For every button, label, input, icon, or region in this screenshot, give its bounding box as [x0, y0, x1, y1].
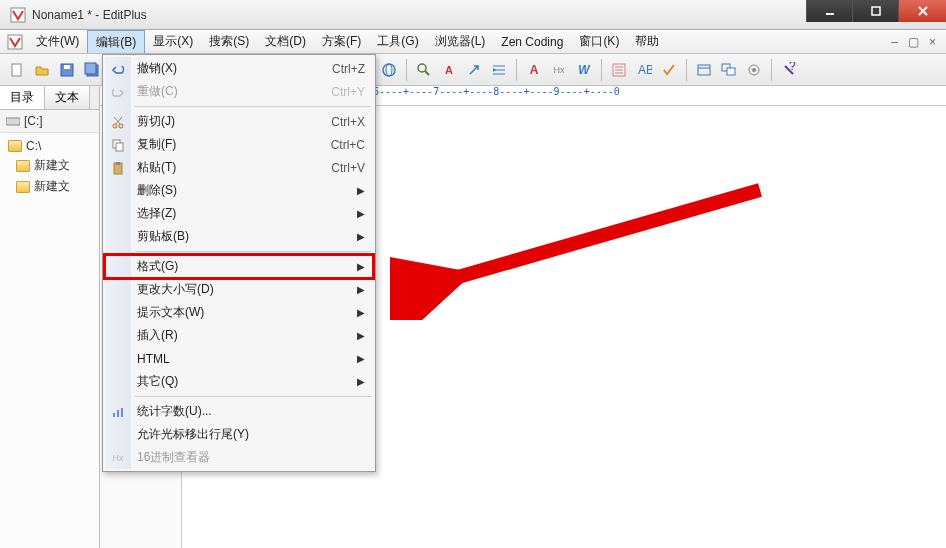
find-button[interactable] [413, 59, 435, 81]
paste-icon [110, 160, 126, 176]
menu-browser[interactable]: 浏览器(L) [427, 30, 494, 53]
sidebar-tab-directory[interactable]: 目录 [0, 86, 45, 109]
app-icon [10, 7, 26, 23]
svg-rect-21 [727, 68, 735, 75]
menu-zen-coding[interactable]: Zen Coding [493, 30, 571, 53]
folder-icon [16, 181, 30, 193]
svg-rect-11 [6, 118, 20, 125]
app-small-icon [7, 34, 23, 50]
submenu-arrow-icon: ▶ [357, 185, 365, 196]
goto-button[interactable] [463, 59, 485, 81]
maximize-button[interactable] [852, 0, 898, 22]
new-file-button[interactable] [6, 59, 28, 81]
menu-view[interactable]: 显示(X) [145, 30, 201, 53]
save-button[interactable] [56, 59, 78, 81]
menu-tools[interactable]: 工具(G) [369, 30, 426, 53]
menu-edit[interactable]: 编辑(B) [87, 30, 145, 53]
window2-button[interactable] [718, 59, 740, 81]
change-case-item[interactable]: 更改大小写(D)▶ [105, 278, 373, 301]
svg-rect-28 [116, 143, 123, 151]
format-item[interactable]: 格式(G)▶ [105, 255, 373, 278]
allow-cursor-eol-item[interactable]: 允许光标移出行尾(Y) [105, 423, 373, 446]
browser-button[interactable] [378, 59, 400, 81]
svg-rect-33 [121, 408, 123, 417]
sidebar-tab-text[interactable]: 文本 [45, 86, 90, 109]
menubar: 文件(W) 编辑(B) 显示(X) 搜索(S) 文档(D) 方案(F) 工具(G… [0, 30, 946, 54]
submenu-arrow-icon: ▶ [357, 261, 365, 272]
hex-icon: Hx [110, 450, 126, 466]
hex-button[interactable]: Hx [548, 59, 570, 81]
submenu-arrow-icon: ▶ [357, 307, 365, 318]
indent-button[interactable] [488, 59, 510, 81]
titlebar: Noname1 * - EditPlus [0, 0, 946, 30]
check-button[interactable] [658, 59, 680, 81]
svg-rect-30 [116, 162, 120, 165]
html-item[interactable]: HTML▶ [105, 347, 373, 370]
hint-text-item[interactable]: 提示文本(W)▶ [105, 301, 373, 324]
menu-file[interactable]: 文件(W) [28, 30, 87, 53]
svg-text:AB: AB [638, 63, 652, 77]
other-item[interactable]: 其它(Q)▶ [105, 370, 373, 393]
hex-viewer-item: Hx 16进制查看器 [105, 446, 373, 469]
svg-point-26 [119, 124, 123, 128]
edit-menu-dropdown: 撤销(X) Ctrl+Z 重做(C) Ctrl+Y 剪切(J) Ctrl+X 复… [102, 54, 376, 472]
paste-item[interactable]: 粘贴(T) Ctrl+V [105, 156, 373, 179]
folder-icon [8, 140, 22, 152]
sidebar: 目录 文本 [C:] C:\ 新建文 新建文 [0, 86, 100, 548]
word-count-item[interactable]: 统计字数(U)... [105, 400, 373, 423]
root-folder[interactable]: C:\ [2, 137, 97, 155]
menu-help[interactable]: 帮助 [627, 30, 667, 53]
window1-button[interactable] [693, 59, 715, 81]
cut-icon [110, 114, 126, 130]
save-all-button[interactable] [81, 59, 103, 81]
menu-window[interactable]: 窗口(K) [571, 30, 627, 53]
submenu-arrow-icon: ▶ [357, 353, 365, 364]
undo-item[interactable]: 撤销(X) Ctrl+Z [105, 57, 373, 80]
list1-button[interactable] [608, 59, 630, 81]
mdi-restore-icon[interactable]: ▢ [908, 35, 919, 49]
copy-item[interactable]: 复制(F) Ctrl+C [105, 133, 373, 156]
svg-rect-2 [872, 7, 880, 15]
submenu-arrow-icon: ▶ [357, 284, 365, 295]
delete-item[interactable]: 删除(S)▶ [105, 179, 373, 202]
help-button[interactable]: ? [778, 59, 800, 81]
drive-selector[interactable]: [C:] [0, 110, 99, 133]
settings-button[interactable] [743, 59, 765, 81]
svg-rect-8 [64, 65, 70, 69]
select-item[interactable]: 选择(Z)▶ [105, 202, 373, 225]
submenu-arrow-icon: ▶ [357, 376, 365, 387]
svg-point-12 [383, 64, 395, 76]
list2-button[interactable]: AB [633, 59, 655, 81]
wordwrap-button[interactable]: W [573, 59, 595, 81]
mdi-controls: – ▢ × [891, 30, 946, 53]
folder-icon [16, 160, 30, 172]
svg-rect-18 [698, 65, 710, 75]
svg-line-15 [425, 71, 429, 75]
svg-point-23 [752, 68, 756, 72]
close-button[interactable] [898, 0, 946, 22]
menu-search[interactable]: 搜索(S) [201, 30, 257, 53]
svg-rect-10 [85, 63, 96, 74]
insert-item[interactable]: 插入(R)▶ [105, 324, 373, 347]
folder-item[interactable]: 新建文 [2, 155, 97, 176]
svg-rect-31 [113, 413, 115, 417]
cut-item[interactable]: 剪切(J) Ctrl+X [105, 110, 373, 133]
folder-item[interactable]: 新建文 [2, 176, 97, 197]
svg-rect-6 [12, 64, 21, 76]
open-file-button[interactable] [31, 59, 53, 81]
menu-document[interactable]: 文档(D) [257, 30, 314, 53]
stats-icon [110, 404, 126, 420]
minimize-button[interactable] [806, 0, 852, 22]
submenu-arrow-icon: ▶ [357, 231, 365, 242]
redo-icon [110, 84, 126, 100]
svg-text:?: ? [789, 62, 796, 73]
font-button[interactable]: A [523, 59, 545, 81]
replace-button[interactable]: A [438, 59, 460, 81]
clipboard-item[interactable]: 剪贴板(B)▶ [105, 225, 373, 248]
submenu-arrow-icon: ▶ [357, 208, 365, 219]
menu-project[interactable]: 方案(F) [314, 30, 369, 53]
mdi-minimize-icon[interactable]: – [891, 35, 898, 49]
svg-point-25 [113, 124, 117, 128]
mdi-close-icon[interactable]: × [929, 35, 936, 49]
toolbar-right: A A Hx W AB ? [378, 56, 800, 84]
